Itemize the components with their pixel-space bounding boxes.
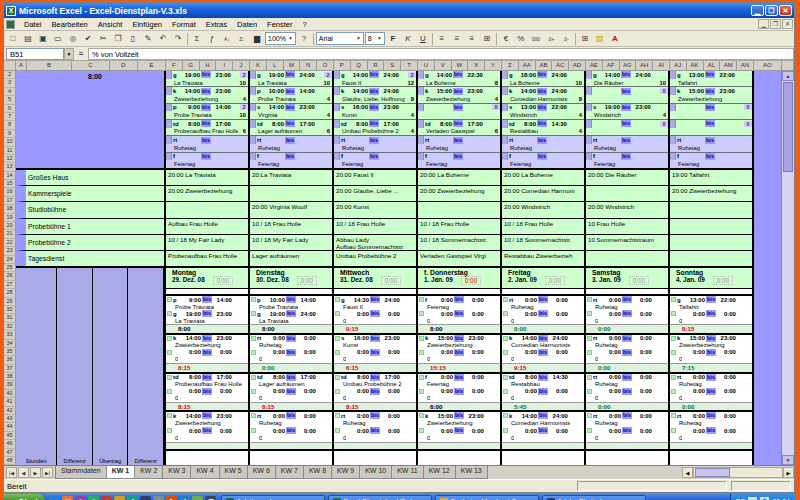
venue-label[interactable]: Tagesdienst — [16, 251, 164, 266]
person-day-cell[interactable]: rt0:00bis0:00Ruhetag0:00bis0:000 — [502, 296, 584, 324]
person-day-cell[interactable]: rt0:00bis0:00Ruhetag0:00bis0:000 — [586, 296, 668, 324]
row-header-45[interactable]: 45 — [4, 432, 16, 440]
person-day-cell[interactable]: p9:00bis14:00Probe Traviatag19:00bis23:0… — [166, 296, 248, 324]
format-painter-icon[interactable]: ✎ — [141, 32, 155, 45]
sheet-tab-kw-3[interactable]: KW 3 — [162, 466, 191, 479]
summen-day-cell[interactable] — [670, 289, 752, 296]
column-header-D[interactable]: D — [110, 61, 138, 71]
person-day-cell[interactable]: f0:00bis0:00Feiertag0:00bis0:000 — [418, 374, 500, 402]
person-day-cell[interactable]: s16:00bis23:00Kunst0:00bis0:000 — [334, 335, 416, 363]
row-header-13[interactable]: 13 — [4, 163, 16, 171]
column-header-AN[interactable]: AN — [737, 61, 754, 71]
row-header-6[interactable]: 6 — [4, 105, 16, 113]
program-cell-tagesdienst[interactable]: Restabbau Zweierbezieh — [502, 251, 584, 266]
shift-cell-g[interactable]: g13:00bis22:00Talfahrt — [670, 71, 752, 87]
tab-last-icon[interactable]: ▶| — [42, 467, 53, 478]
shift-cell-k[interactable]: k14:00bis24:00Glaube, Liebe, Hoffnung8 — [334, 87, 416, 103]
row-header-16[interactable]: 16 — [4, 188, 16, 196]
shift-cell-empty[interactable]: bis0 — [586, 87, 668, 103]
row-header-15[interactable]: 15 — [4, 180, 16, 188]
quicklaunch-8-icon[interactable]: ■ — [140, 496, 151, 500]
workbook-close-button[interactable]: ✕ — [782, 19, 793, 29]
program-cell-probebhne1[interactable] — [670, 219, 752, 235]
blue-summary-panel[interactable]: 8:00 — [16, 71, 164, 170]
menu-bearbeiten[interactable]: Bearbeiten — [47, 19, 93, 30]
row-header-35[interactable]: 35 — [4, 348, 16, 356]
program-cell-probebhne2[interactable] — [670, 235, 752, 251]
row-header-44[interactable]: 44 — [4, 423, 16, 431]
shift-cell-k[interactable]: k14:00bis23:00Zweierbeziehung4 — [166, 87, 248, 103]
shift-cell-f[interactable]: fbisFeiertag — [166, 153, 248, 168]
open-icon[interactable]: ▤ — [21, 32, 35, 45]
program-cell-probebhne2[interactable]: 10 / 18 Sommernachtstr. — [502, 235, 584, 251]
save-icon[interactable]: ▣ — [36, 32, 50, 45]
shift-cell-td[interactable]: td8:00bis17:00Verladen Gastspiel6 — [418, 120, 500, 136]
shift-cell-s[interactable]: s16:00bis23:00Kunst4 — [334, 104, 416, 120]
person-day-cell[interactable]: k14:00bis24:00Comedian Harmonists0:00bis… — [502, 335, 584, 363]
quicklaunch-12-icon[interactable]: ● — [192, 496, 203, 500]
row-header-27[interactable]: 27 — [4, 281, 16, 289]
scroll-left-icon[interactable]: ◀ — [682, 467, 693, 478]
program-cell-studiobhne[interactable]: 20:00 Virginia Woolf — [250, 202, 332, 218]
shift-cell-empty[interactable]: bis0 — [670, 104, 752, 120]
person-day-cell[interactable]: rt0:00bis0:00Ruhetag0:00bis0:000 — [250, 412, 332, 442]
quicklaunch-4-icon[interactable]: ◍ — [88, 496, 99, 500]
program-cell-kammerspiele[interactable]: 20:00 Zweierbeziehung — [166, 186, 248, 202]
scroll-up-icon[interactable]: ▲ — [782, 71, 794, 81]
sheet-tab-kw-9[interactable]: KW 9 — [331, 466, 360, 479]
sheet-tab-kw-4[interactable]: KW 4 — [190, 466, 219, 479]
program-cell-probebhne2[interactable]: 10 / 18 Sommernachtstr. — [418, 235, 500, 251]
row-header-18[interactable]: 18 — [4, 205, 16, 213]
sheet-tab-kw-8[interactable]: KW 8 — [303, 466, 332, 479]
shift-cell-f[interactable]: fbisFeiertag — [502, 153, 584, 168]
shift-cell-s[interactable]: s19:00bis23:00Windstrich4 — [586, 104, 668, 120]
font-select[interactable]: Arial▼ — [316, 32, 364, 45]
program-cell-tagesdienst[interactable]: Verladen Gastspiel Virgi — [418, 251, 500, 266]
merge-center-icon[interactable]: ⊞ — [480, 32, 494, 45]
program-cell-probebhne2[interactable]: 10 / 18 My Fair Lady — [166, 235, 248, 251]
quicklaunch-2-icon[interactable]: ✉ — [62, 496, 73, 500]
row-header-41[interactable]: 41 — [4, 398, 16, 406]
percent-style-icon[interactable]: % — [514, 32, 528, 45]
row-header-4[interactable]: 4 — [4, 88, 16, 96]
taskbar-window-anleitung-xls[interactable]: XAnleitung.xls — [221, 495, 325, 500]
shift-cell-empty[interactable]: bis0 — [586, 120, 668, 136]
person-day-cell[interactable]: k15:00bis23:00Zweierbeziehung0:00bis0:00… — [418, 412, 500, 442]
workbook-minimize-button[interactable]: ▁ — [758, 19, 769, 29]
maximize-button[interactable]: ❐ — [765, 5, 778, 16]
column-header-M[interactable]: M — [284, 61, 301, 71]
program-cell-kammerspiele[interactable] — [586, 186, 668, 202]
row-header-47[interactable]: 47 — [4, 449, 16, 457]
column-header-R[interactable]: R — [368, 61, 385, 71]
shift-cell-p[interactable]: p10:00bis14:00Probe Traviata4 — [250, 87, 332, 103]
column-header-K[interactable]: K — [250, 61, 267, 71]
program-cell-probebhne2[interactable]: Abbau Lady Aufbau Sommernachtstr: — [334, 235, 416, 251]
column-header-AM[interactable]: AM — [720, 61, 737, 71]
person-day-cell[interactable]: k14:00bis24:00Comedian Harmonists0:00bis… — [502, 412, 584, 442]
column-header-F[interactable]: F — [166, 61, 183, 71]
day-header[interactable]: Samstag3. Jan. 090:00 — [586, 268, 668, 289]
shift-cell-rt[interactable]: rtbisRuhetag — [166, 136, 248, 152]
undo-icon[interactable]: ↶ — [156, 32, 170, 45]
row-header-11[interactable]: 11 — [4, 147, 16, 155]
program-cell-groeshaus[interactable]: 19:00 Talfahrt — [670, 170, 752, 186]
menu-fenster[interactable]: Fenster — [262, 19, 297, 30]
quicklaunch-1-icon[interactable]: e — [49, 496, 60, 500]
vertical-scrollbar[interactable]: ▲ ▼ — [782, 71, 794, 465]
column-header-L[interactable]: L — [267, 61, 284, 71]
chart-wizard-icon[interactable]: ▆ — [250, 32, 264, 45]
person-day-cell[interactable]: k14:00bis23:00Zweierbeziehung0:00bis0:00… — [166, 412, 248, 442]
program-cell-tagesdienst[interactable] — [586, 251, 668, 266]
day-header[interactable]: Freitag2. Jan. 090:00 — [502, 268, 584, 289]
menu-?[interactable]: ? — [298, 19, 312, 30]
person-day-cell[interactable]: f0:00bis0:00Feiertag0:00bis0:000 — [418, 296, 500, 324]
row-header-2[interactable]: 2 — [4, 71, 16, 79]
scroll-down-icon[interactable]: ▼ — [782, 455, 794, 465]
row-header-28[interactable]: 28 — [4, 289, 16, 297]
program-cell-groeshaus[interactable]: 20:00 La Boheme — [502, 170, 584, 186]
align-right-icon[interactable]: ≡ — [465, 32, 479, 45]
program-cell-probebhne1[interactable]: 10 Frau Holle — [586, 219, 668, 235]
program-cell-tagesdienst[interactable]: Probenaufbau Frau Holle — [166, 251, 248, 266]
workbook-restore-button[interactable]: ❐ — [770, 19, 781, 29]
row-header-20[interactable]: 20 — [4, 222, 16, 230]
